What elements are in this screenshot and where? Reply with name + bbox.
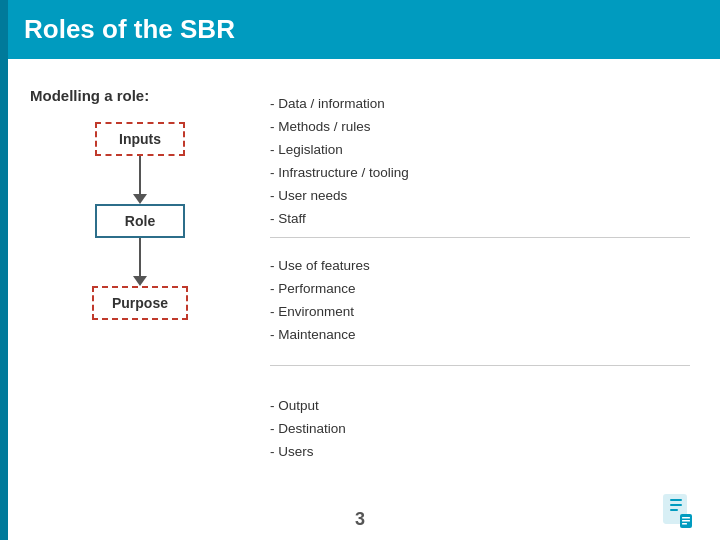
header: Roles of the SBR: [0, 0, 720, 59]
left-column: Modelling a role: Inputs Role: [30, 77, 250, 493]
bullet-item: - Legislation: [270, 139, 690, 162]
purpose-section: - Output- Destination- Users: [270, 366, 690, 493]
svg-rect-7: [682, 523, 687, 525]
bullet-item: - Output: [270, 395, 690, 418]
bullet-item: - Staff: [270, 208, 690, 231]
arrow-head-2: [133, 276, 147, 286]
bullet-item: - User needs: [270, 185, 690, 208]
bullet-item: - Use of features: [270, 255, 690, 278]
arrow-line-1: [139, 156, 141, 194]
role-box: Role: [95, 204, 185, 238]
content: Modelling a role: Inputs Role: [0, 59, 720, 503]
purpose-box: Purpose: [92, 286, 188, 320]
page-number: 3: [355, 509, 365, 530]
right-column: - Data / information- Methods / rules- L…: [250, 77, 690, 493]
arrow-line-2: [139, 238, 141, 276]
document-icon: [660, 494, 696, 530]
bullet-item: - Maintenance: [270, 324, 690, 347]
arrow-inputs-to-role: [133, 156, 147, 204]
arrow-role-to-purpose: [133, 238, 147, 286]
bullet-item: - Users: [270, 441, 690, 464]
inputs-box: Inputs: [95, 122, 185, 156]
svg-rect-6: [682, 520, 690, 522]
bullet-item: - Infrastructure / tooling: [270, 162, 690, 185]
bullet-item: - Data / information: [270, 93, 690, 116]
svg-rect-5: [682, 517, 690, 519]
svg-rect-2: [670, 504, 682, 506]
inputs-section: - Data / information- Methods / rules- L…: [270, 87, 690, 237]
slide: Roles of the SBR Modelling a role: Input…: [0, 0, 720, 540]
flow-container: Inputs Role Purpose: [30, 122, 250, 320]
bullet-item: - Environment: [270, 301, 690, 324]
svg-rect-3: [670, 509, 678, 511]
footer: 3: [0, 503, 720, 540]
role-section: - Use of features- Performance- Environm…: [270, 238, 690, 365]
modelling-label: Modelling a role:: [30, 87, 149, 104]
svg-rect-1: [670, 499, 682, 501]
header-title: Roles of the SBR: [24, 14, 235, 45]
bullet-item: - Destination: [270, 418, 690, 441]
bullet-item: - Methods / rules: [270, 116, 690, 139]
arrow-head-1: [133, 194, 147, 204]
bullet-item: - Performance: [270, 278, 690, 301]
